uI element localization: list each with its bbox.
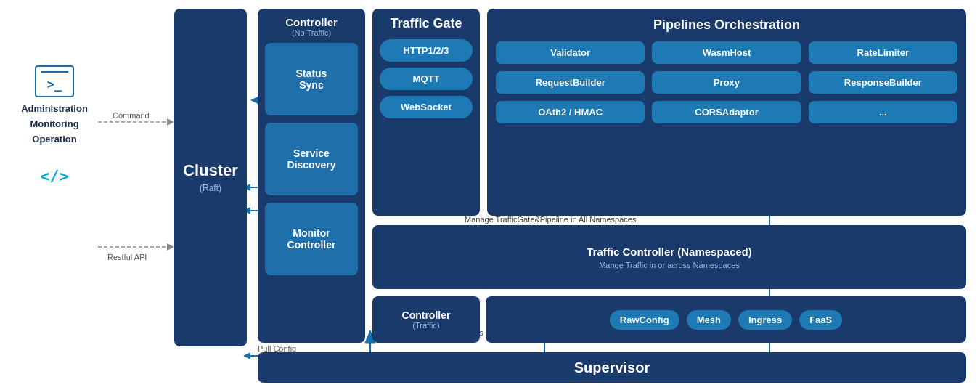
controller-no-traffic-box: Controller (No Traffic) StatusSync Servi… bbox=[258, 9, 365, 343]
monitor-controller-label: MonitorController bbox=[287, 227, 336, 251]
protocol-http-box: HTTP1/2/3 bbox=[380, 39, 473, 62]
diagram: Command Push Status Sync Data Restful AP… bbox=[0, 0, 980, 390]
pipelines-grid: Validator WasmHost RateLimiter RequestBu… bbox=[496, 41, 957, 123]
svg-marker-13 bbox=[167, 243, 174, 251]
plugin-faas: FaaS bbox=[799, 310, 842, 330]
code-brackets: </> bbox=[40, 167, 69, 185]
admin-section: >_ Administration Monitoring Operation <… bbox=[7, 65, 102, 196]
status-sync-label: StatusSync bbox=[296, 68, 327, 91]
cluster-subtitle: (Raft) bbox=[200, 183, 221, 193]
plugin-proxy: Proxy bbox=[652, 71, 801, 94]
plugin-wasmhost: WasmHost bbox=[652, 41, 801, 64]
plugin-responsebuilder: ResponseBuilder bbox=[809, 71, 957, 94]
traffic-controller-manage: Mange Traffic in or across Namespaces bbox=[381, 261, 957, 269]
terminal-icon: >_ bbox=[35, 65, 74, 97]
traffic-gate-title: Traffic Gate bbox=[380, 16, 473, 32]
svg-marker-4 bbox=[250, 97, 258, 104]
plugin-etc: ... bbox=[809, 101, 957, 123]
controller-traffic-subtitle: (Traffic) bbox=[412, 321, 439, 330]
pipelines-box: Pipelines Orchestration Validator WasmHo… bbox=[487, 9, 966, 216]
controller-no-traffic-subtitle: (No Traffic) bbox=[265, 28, 358, 37]
code-icon: </> bbox=[35, 160, 74, 192]
status-sync-box: StatusSync bbox=[265, 43, 358, 115]
plugin-corsadaptor: CORSAdaptor bbox=[652, 101, 801, 123]
terminal-prompt: >_ bbox=[47, 77, 62, 92]
plugin-oauth2: OAth2 / HMAC bbox=[496, 101, 645, 123]
service-discovery-label: ServiceDiscovery bbox=[287, 147, 336, 171]
controller-no-traffic-title: Controller bbox=[265, 16, 358, 28]
plugin-ingress: Ingress bbox=[738, 310, 792, 330]
plugin-requestbuilder: RequestBuilder bbox=[496, 71, 645, 94]
traffic-gate-box: Traffic Gate HTTP1/2/3 MQTT WebSocket bbox=[372, 9, 480, 216]
controller-traffic-title: Controller bbox=[402, 309, 451, 321]
svg-marker-16 bbox=[243, 352, 250, 359]
plugin-rawconfig: RawConfig bbox=[610, 310, 679, 330]
protocol-websocket-box: WebSocket bbox=[380, 96, 473, 118]
protocol-http-label: HTTP1/2/3 bbox=[404, 45, 449, 56]
pipelines-title: Pipelines Orchestration bbox=[496, 17, 957, 33]
svg-text:Manage TrafficGate&Pipeline in: Manage TrafficGate&Pipeline in All Names… bbox=[465, 215, 637, 224]
service-discovery-box: ServiceDiscovery bbox=[265, 123, 358, 195]
plugin-mesh: Mesh bbox=[687, 310, 731, 330]
protocol-mqtt-box: MQTT bbox=[380, 68, 473, 90]
cluster-box: Cluster (Raft) bbox=[174, 9, 247, 346]
supervisor-title: Supervisor bbox=[574, 359, 650, 376]
cluster-title: Cluster bbox=[183, 162, 238, 179]
traffic-controller-box: Traffic Controller (Namespaced) Mange Tr… bbox=[372, 225, 966, 289]
admin-label: Administration Monitoring Operation bbox=[7, 102, 102, 147]
protocol-websocket-label: WebSocket bbox=[401, 102, 452, 113]
svg-marker-1 bbox=[167, 118, 174, 126]
controller-traffic-box: Controller (Traffic) bbox=[372, 296, 480, 343]
traffic-plugins-row: RawConfig Mesh Ingress FaaS bbox=[486, 296, 966, 343]
plugin-ratelimiter: RateLimiter bbox=[809, 41, 957, 64]
traffic-controller-title: Traffic Controller (Namespaced) bbox=[381, 245, 957, 258]
plugin-validator: Validator bbox=[496, 41, 645, 64]
svg-text:Command: Command bbox=[113, 111, 150, 120]
svg-text:Restful API: Restful API bbox=[107, 253, 147, 261]
bottom-controllers-row: Controller (Traffic) RawConfig Mesh Ingr… bbox=[372, 296, 966, 343]
supervisor-box: Supervisor bbox=[258, 352, 966, 383]
monitor-controller-box: MonitorController bbox=[265, 203, 358, 275]
protocol-mqtt-label: MQTT bbox=[413, 73, 440, 84]
